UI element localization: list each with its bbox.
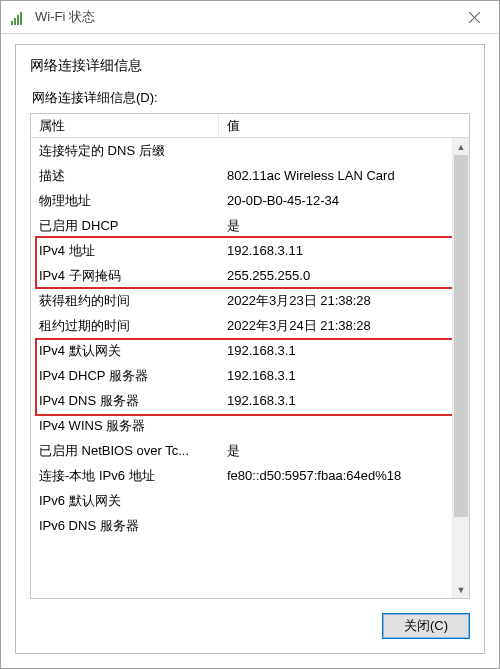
wifi-signal-icon [11,9,27,25]
cell-property: IPv4 地址 [31,242,219,260]
network-details-dialog: 网络连接详细信息 网络连接详细信息(D): 属性 值 连接特定的 DNS 后缀描… [15,44,485,654]
cell-value: 20-0D-B0-45-12-34 [219,193,469,208]
cell-property: 连接特定的 DNS 后缀 [31,142,219,160]
cell-value: 2022年3月24日 21:38:28 [219,317,469,335]
table-row[interactable]: IPv4 DHCP 服务器192.168.3.1 [31,363,469,388]
cell-property: 描述 [31,167,219,185]
cell-value: 192.168.3.1 [219,393,469,408]
cell-value: 是 [219,217,469,235]
section-label: 网络连接详细信息(D): [16,83,484,113]
window-close-button[interactable] [452,2,497,32]
cell-value: 2022年3月23日 21:38:28 [219,292,469,310]
scroll-down-arrow[interactable]: ▼ [453,581,469,598]
close-button[interactable]: 关闭(C) [382,613,470,639]
cell-property: 连接-本地 IPv6 地址 [31,467,219,485]
cell-value: 是 [219,442,469,460]
cell-value: 255.255.255.0 [219,268,469,283]
table-row[interactable]: IPv6 默认网关 [31,488,469,513]
table-row[interactable]: IPv4 地址192.168.3.11 [31,238,469,263]
table-row[interactable]: 物理地址20-0D-B0-45-12-34 [31,188,469,213]
table-body: 连接特定的 DNS 后缀描述802.11ac Wireless LAN Card… [31,138,469,598]
cell-value: 802.11ac Wireless LAN Card [219,168,469,183]
titlebar: Wi-Fi 状态 [1,1,499,34]
scroll-thumb[interactable] [454,155,468,517]
details-table: 属性 值 连接特定的 DNS 后缀描述802.11ac Wireless LAN… [30,113,470,599]
cell-property: IPv4 默认网关 [31,342,219,360]
cell-property: 物理地址 [31,192,219,210]
window-title: Wi-Fi 状态 [35,8,452,26]
table-row[interactable]: 获得租约的时间2022年3月23日 21:38:28 [31,288,469,313]
cell-property: IPv4 DHCP 服务器 [31,367,219,385]
dialog-button-row: 关闭(C) [16,599,484,653]
table-row[interactable]: IPv4 默认网关192.168.3.1 [31,338,469,363]
cell-property: IPv6 DNS 服务器 [31,517,219,535]
table-row[interactable]: 已启用 NetBIOS over Tc...是 [31,438,469,463]
cell-value: 192.168.3.1 [219,368,469,383]
vertical-scrollbar[interactable]: ▲ ▼ [452,138,469,598]
table-row[interactable]: 连接特定的 DNS 后缀 [31,138,469,163]
cell-property: IPv4 子网掩码 [31,267,219,285]
table-row[interactable]: 租约过期的时间2022年3月24日 21:38:28 [31,313,469,338]
close-icon [469,12,480,23]
cell-value: 192.168.3.1 [219,343,469,358]
table-row[interactable]: 描述802.11ac Wireless LAN Card [31,163,469,188]
dialog-title: 网络连接详细信息 [16,57,484,83]
cell-property: 租约过期的时间 [31,317,219,335]
table-row[interactable]: IPv4 DNS 服务器192.168.3.1 [31,388,469,413]
cell-property: 已启用 DHCP [31,217,219,235]
cell-value: 192.168.3.11 [219,243,469,258]
scroll-up-arrow[interactable]: ▲ [453,138,469,155]
cell-property: IPv4 DNS 服务器 [31,392,219,410]
table-row[interactable]: IPv4 WINS 服务器 [31,413,469,438]
column-header-property[interactable]: 属性 [31,114,219,137]
column-header-value[interactable]: 值 [219,114,469,137]
cell-value: fe80::d50:5957:fbaa:64ed%18 [219,468,469,483]
table-row[interactable]: IPv4 子网掩码255.255.255.0 [31,263,469,288]
cell-property: IPv6 默认网关 [31,492,219,510]
table-row[interactable]: 已启用 DHCP是 [31,213,469,238]
table-row[interactable]: IPv6 DNS 服务器 [31,513,469,538]
scroll-track[interactable] [453,155,469,581]
table-header: 属性 值 [31,114,469,138]
table-row[interactable]: 连接-本地 IPv6 地址fe80::d50:5957:fbaa:64ed%18 [31,463,469,488]
cell-property: IPv4 WINS 服务器 [31,417,219,435]
wifi-status-window: Wi-Fi 状态 网络连接详细信息 网络连接详细信息(D): 属性 值 连接特定… [0,0,500,669]
cell-property: 已启用 NetBIOS over Tc... [31,442,219,460]
cell-property: 获得租约的时间 [31,292,219,310]
